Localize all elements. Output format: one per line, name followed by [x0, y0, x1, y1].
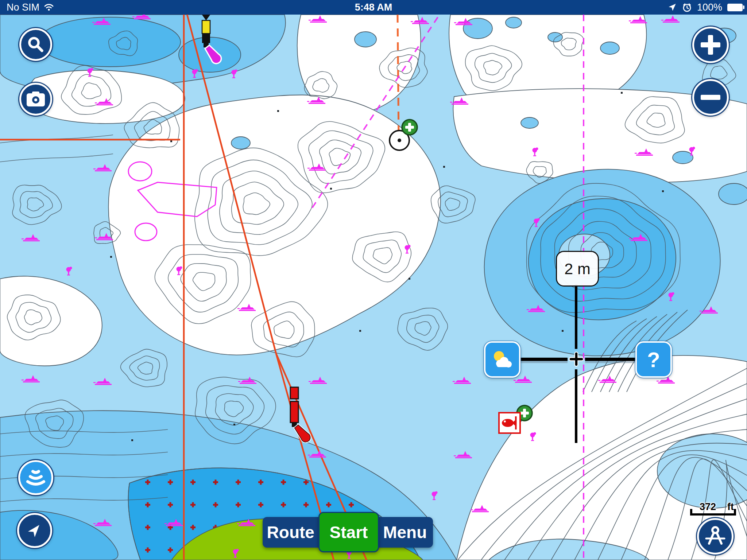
route-button[interactable]: Route — [263, 517, 319, 548]
help-button[interactable]: ? — [635, 341, 672, 378]
sonar-arcs-icon — [24, 468, 47, 487]
depth-readout-label: 2 m — [556, 251, 599, 287]
crosshair-vertical-bottom — [575, 369, 577, 443]
clock-time: 5:48 AM — [0, 2, 747, 13]
question-mark: ? — [647, 347, 660, 372]
battery-icon — [727, 4, 743, 11]
location-arrow-icon — [667, 3, 677, 12]
battery-percent-label: 100% — [697, 2, 722, 13]
map-cursor-crosshair[interactable] — [568, 351, 584, 367]
locate-me-button[interactable] — [17, 513, 52, 548]
camera-icon — [26, 91, 46, 107]
zoom-out-button[interactable] — [692, 79, 729, 116]
status-bar: No SIM 5:48 AM 100% — [0, 0, 747, 15]
sonar-button[interactable] — [18, 460, 53, 495]
map-scale-bar: 372 ft — [690, 502, 736, 516]
weather-button[interactable] — [484, 341, 520, 378]
add-marker-badge[interactable] — [402, 120, 417, 135]
navionics-app-screen: No SIM 5:48 AM 100% — [0, 0, 747, 560]
scale-value: 372 — [700, 501, 716, 513]
photo-button[interactable] — [19, 83, 52, 116]
sun-cloud-icon — [491, 350, 514, 369]
crosshair-vertical-top — [575, 284, 577, 349]
search-button[interactable] — [19, 28, 52, 61]
search-icon — [26, 35, 45, 54]
dividers-icon — [704, 525, 726, 547]
navigation-arrow-icon — [25, 521, 44, 540]
crosshair-arm-right — [585, 358, 638, 361]
zoom-in-button[interactable] — [692, 27, 729, 63]
minus-icon — [701, 95, 720, 100]
crosshair-arm-left — [515, 358, 568, 361]
start-navigation-button[interactable]: Start — [318, 512, 379, 552]
scale-unit: ft — [727, 501, 734, 513]
alarm-clock-icon — [682, 3, 692, 12]
fishing-spot-marker[interactable] — [499, 413, 520, 433]
measure-distance-button[interactable] — [697, 518, 734, 555]
nautical-chart-map[interactable] — [0, 0, 747, 560]
menu-button[interactable]: Menu — [377, 517, 433, 548]
